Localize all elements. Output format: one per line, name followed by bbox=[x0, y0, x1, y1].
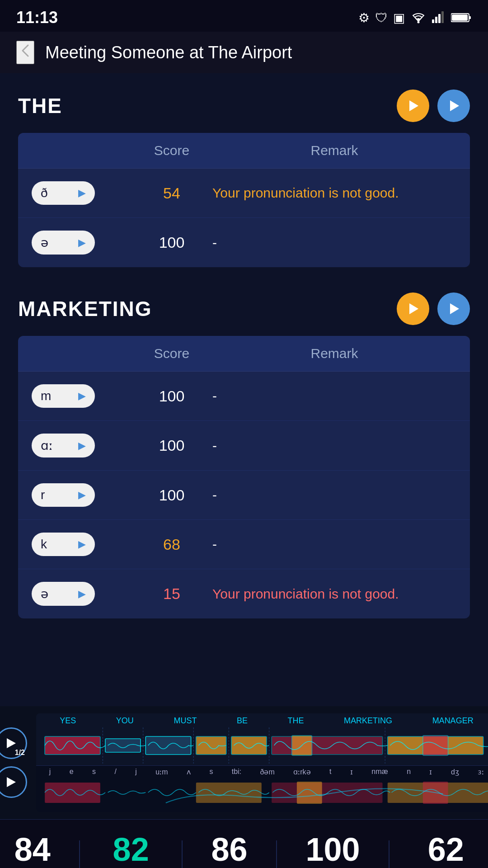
waveform-label-be: BE bbox=[237, 716, 248, 726]
score-table-header-the: Score Remark bbox=[18, 133, 470, 169]
waveform-label-the2: THE bbox=[288, 716, 304, 726]
svg-rect-15 bbox=[45, 736, 100, 755]
phoneme-label: ɪ bbox=[350, 768, 353, 776]
signal-icon bbox=[432, 11, 446, 24]
svg-marker-11 bbox=[450, 303, 459, 314]
score-divider bbox=[79, 840, 80, 868]
svg-rect-23 bbox=[423, 736, 448, 755]
play-normal-speed-button[interactable] bbox=[0, 766, 27, 798]
page-title: Meeting Someone at The Airport bbox=[45, 43, 292, 62]
score-divider bbox=[182, 840, 183, 868]
battery-icon bbox=[451, 12, 472, 24]
play-original-the[interactable] bbox=[397, 90, 429, 122]
phoneme-label: t bbox=[329, 768, 331, 776]
phoneme-pill-k[interactable]: k ▶ bbox=[32, 533, 131, 556]
phoneme-pill-aa[interactable]: ɑː ▶ bbox=[32, 434, 131, 458]
phoneme-row: ə ▶ 15 Your pronunciation is not good. bbox=[18, 569, 470, 618]
total-score-value: 84 bbox=[14, 833, 51, 866]
phoneme-label: j bbox=[49, 768, 51, 776]
phoneme-label: tbi: bbox=[232, 768, 241, 776]
svg-rect-33 bbox=[272, 783, 382, 803]
phoneme-label: uːm bbox=[155, 768, 168, 776]
svg-rect-16 bbox=[105, 739, 141, 752]
main-content: THE Score Remark ð bbox=[0, 73, 488, 706]
score-divider bbox=[389, 840, 389, 868]
waveform-controls: 1/2 bbox=[0, 713, 32, 812]
waveform-section: 1/2 YES YOU MUST BE THE MARKETING MANAGE… bbox=[0, 706, 488, 819]
svg-rect-6 bbox=[469, 16, 471, 19]
status-bar: 11:13 ⚙ 🛡 ▣ bbox=[0, 0, 488, 32]
remark-schwa1: - bbox=[212, 233, 456, 252]
phoneme-row: ə ▶ 100 - bbox=[18, 218, 470, 267]
remark-col-header-2: Remark bbox=[212, 346, 456, 361]
svg-marker-9 bbox=[450, 100, 459, 111]
svg-marker-13 bbox=[7, 777, 16, 787]
svg-rect-31 bbox=[45, 783, 100, 803]
phoneme-pill-schwa2[interactable]: ə ▶ bbox=[32, 582, 131, 606]
play-buttons-marketing bbox=[397, 292, 470, 325]
word-header-marketing: MARKETING bbox=[18, 292, 470, 325]
svg-point-0 bbox=[418, 21, 420, 24]
phoneme-label: s bbox=[209, 768, 213, 776]
phoneme-row: r ▶ 100 - bbox=[18, 471, 470, 520]
score-col-header: Score bbox=[131, 143, 212, 158]
play-recording-the[interactable] bbox=[437, 90, 470, 122]
svg-rect-2 bbox=[435, 17, 437, 23]
score-value-m: 100 bbox=[131, 387, 212, 405]
play-half-speed-button[interactable]: 1/2 bbox=[0, 727, 27, 759]
score-table-marketing: Score Remark m ▶ 100 - ɑː bbox=[18, 336, 470, 618]
svg-rect-1 bbox=[432, 19, 434, 23]
word-label-marketing: MARKETING bbox=[18, 297, 152, 321]
sim-icon: ▣ bbox=[393, 10, 405, 25]
score-col-header-2: Score bbox=[131, 346, 212, 361]
score-bar: 84 Total 82 Pronun. 86 Pitch 100 Timing … bbox=[0, 819, 488, 868]
phoneme-pill-r[interactable]: r ▶ bbox=[32, 483, 131, 507]
status-time: 11:13 bbox=[16, 8, 58, 27]
score-table-header-marketing: Score Remark bbox=[18, 336, 470, 372]
phoneme-label: ɪ bbox=[429, 768, 432, 776]
waveform-bottom-svg bbox=[40, 778, 488, 807]
status-icons: ⚙ 🛡 ▣ bbox=[358, 10, 472, 25]
pronun-score: 82 Pronun. bbox=[109, 833, 153, 868]
timing-score: 100 Timing bbox=[305, 833, 360, 868]
pronun-score-value: 82 bbox=[113, 833, 149, 866]
phoneme-pill-m[interactable]: m ▶ bbox=[32, 384, 131, 408]
phoneme-row: k ▶ 68 - bbox=[18, 520, 470, 569]
phoneme-pill-dh[interactable]: ð ▶ bbox=[32, 181, 131, 205]
phoneme-row: ɑː ▶ 100 - bbox=[18, 421, 470, 471]
back-button[interactable] bbox=[16, 41, 34, 64]
settings-icon: ⚙ bbox=[358, 10, 370, 25]
timing-score-value: 100 bbox=[305, 833, 360, 866]
word-label-the: THE bbox=[18, 94, 62, 118]
emphasis-score-value: 62 bbox=[428, 833, 464, 866]
phoneme-label: nmæ bbox=[371, 768, 388, 776]
remark-k: - bbox=[212, 535, 456, 554]
phoneme-col-header bbox=[32, 143, 131, 158]
svg-marker-10 bbox=[409, 303, 418, 314]
phoneme-row: m ▶ 100 - bbox=[18, 372, 470, 421]
score-table-the: Score Remark ð ▶ 54 Your pronunciation i… bbox=[18, 133, 470, 267]
header: Meeting Someone at The Airport bbox=[0, 32, 488, 73]
phoneme-label: ðəm bbox=[260, 768, 275, 776]
phoneme-row: ð ▶ 54 Your pronunciation is not good. bbox=[18, 169, 470, 218]
svg-rect-4 bbox=[441, 11, 444, 23]
score-value-r: 100 bbox=[131, 486, 212, 504]
waveform-canvas: YES YOU MUST BE THE MARKETING MANAGER bbox=[36, 713, 488, 812]
score-value-dh: 54 bbox=[131, 184, 212, 202]
phoneme-label: dʒ bbox=[451, 768, 459, 776]
play-recording-marketing[interactable] bbox=[437, 292, 470, 325]
svg-rect-18 bbox=[196, 736, 226, 755]
phoneme-pill-schwa1[interactable]: ə ▶ bbox=[32, 231, 131, 255]
svg-rect-19 bbox=[231, 736, 267, 755]
phoneme-label: s bbox=[92, 768, 96, 776]
phoneme-label: j bbox=[135, 768, 137, 776]
score-value-schwa1: 100 bbox=[131, 234, 212, 251]
waveform-label-must: MUST bbox=[174, 716, 197, 726]
wifi-icon bbox=[410, 11, 427, 24]
remark-col-header: Remark bbox=[212, 143, 456, 158]
svg-rect-32 bbox=[196, 783, 262, 803]
play-original-marketing[interactable] bbox=[397, 292, 429, 325]
word-header-the: THE bbox=[18, 90, 470, 122]
remark-aa: - bbox=[212, 436, 456, 455]
phoneme-label: n bbox=[407, 768, 411, 776]
